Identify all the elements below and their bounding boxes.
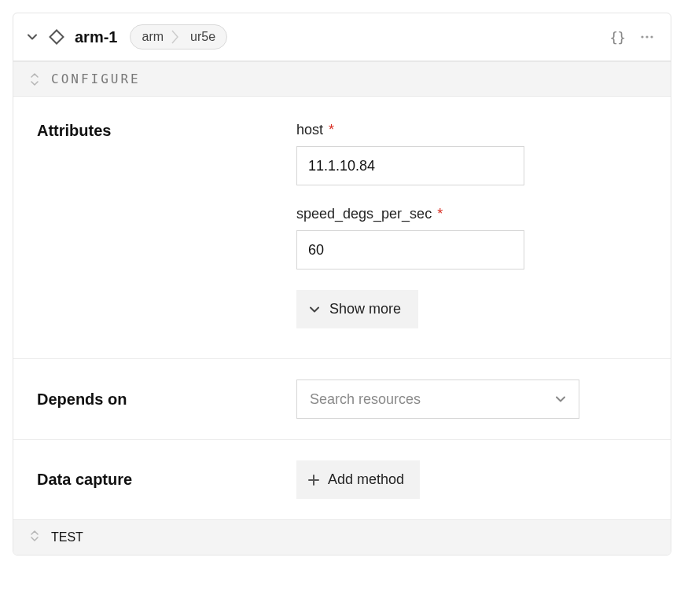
speed-input[interactable] [296,230,524,270]
collapse-card-toggle[interactable] [26,31,39,43]
add-method-button[interactable]: Add method [296,460,420,499]
speed-label: speed_degs_per_sec * [296,206,647,222]
test-section-bar[interactable]: TEST [13,519,671,555]
attributes-fields: host * speed_degs_per_sec * Show more [296,122,647,328]
diamond-icon [48,28,65,46]
show-more-label: Show more [329,301,401,317]
attributes-label: Attributes [37,122,296,140]
svg-point-2 [645,35,648,38]
more-menu-button[interactable] [639,29,655,45]
configure-section-bar[interactable]: CONFIGURE [13,61,671,97]
depends-on-select[interactable]: Search resources [296,380,579,419]
svg-point-3 [650,35,653,38]
plus-icon [307,474,320,486]
host-field: host * [296,122,647,185]
svg-rect-0 [50,31,64,44]
chevron-right-icon [171,29,179,45]
data-capture-label: Data capture [37,471,296,489]
expand-section-icon [29,530,40,545]
chevron-down-icon [555,394,566,405]
chevron-down-icon [26,31,39,43]
required-star: * [325,122,334,138]
chevron-down-icon [309,304,320,315]
host-input[interactable] [296,146,524,185]
test-section-title: TEST [51,530,83,544]
resource-card: arm-1 arm ur5e {} CONFIGURE Attributes [13,13,671,556]
host-label-text: host [296,122,323,138]
collapse-section-icon [29,73,40,86]
resource-name: arm-1 [75,28,117,46]
depends-on-placeholder: Search resources [310,391,421,408]
configure-section-title: CONFIGURE [51,72,141,86]
speed-label-text: speed_degs_per_sec [296,206,432,222]
svg-point-1 [641,35,643,38]
configure-body: Attributes host * speed_degs_per_sec * [13,97,671,358]
depends-on-row: Depends on Search resources [13,358,671,439]
depends-on-label: Depends on [37,390,296,409]
card-header: arm-1 arm ur5e {} [13,13,671,61]
speed-field: speed_degs_per_sec * [296,206,647,270]
ellipsis-icon [639,29,655,45]
required-star: * [433,206,443,222]
attributes-row: Attributes host * speed_degs_per_sec * [37,116,647,335]
breadcrumb-model: ur5e [179,25,226,49]
breadcrumb-api: arm [131,25,171,49]
component-type-icon [48,28,65,46]
host-label: host * [296,122,647,138]
header-actions: {} [609,29,655,46]
show-more-wrapper: Show more [296,290,647,328]
braces-icon: {} [609,29,625,46]
model-breadcrumb[interactable]: arm ur5e [130,24,227,50]
show-more-button[interactable]: Show more [296,290,418,328]
json-mode-toggle[interactable]: {} [609,29,625,46]
add-method-label: Add method [328,471,404,488]
data-capture-row: Data capture Add method [13,439,671,519]
